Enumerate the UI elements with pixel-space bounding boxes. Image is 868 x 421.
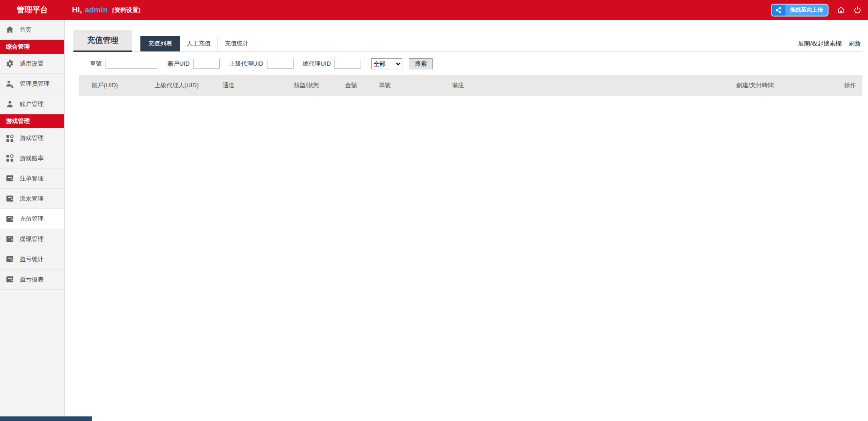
- card-icon: [6, 255, 14, 263]
- bottom-blue-bar: [0, 416, 92, 421]
- sidebar-item-label: 游戏赔率: [20, 154, 44, 163]
- sidebar-item-6[interactable]: 游戏管理: [0, 128, 64, 148]
- col-header-parent-agent: 上級代理人(UID): [155, 75, 223, 96]
- recharge-table: 賬戶(UID) 上級代理人(UID) 通道 類型/狀態 金額 單號 備注 創建/…: [79, 75, 862, 96]
- sidebar-item-13[interactable]: 盈亏报表: [0, 269, 64, 290]
- sidebar-item-2[interactable]: 通用设置: [0, 54, 64, 74]
- top-agent-uid-label: 總代理UID: [303, 60, 331, 68]
- sidebar-item-3[interactable]: 管理员管理: [0, 74, 64, 94]
- tab-recharge-stats[interactable]: 充值统计: [217, 36, 256, 51]
- sidebar-item-4[interactable]: 账户管理: [0, 94, 64, 114]
- sidebar-item-0[interactable]: 首页: [0, 20, 64, 40]
- profile-settings-link[interactable]: [资料设置]: [112, 6, 140, 14]
- home-icon[interactable]: [837, 6, 845, 14]
- main-content: 充值管理 充值列表 人工充值 充值统计 展開/收起搜索欄 刷新 單號 賬戶UID…: [65, 20, 868, 421]
- col-header-channel: 通道: [223, 75, 294, 96]
- sidebar-item-label: 流水管理: [20, 195, 44, 203]
- drag-upload-label: 拖拽至此上传: [785, 5, 828, 16]
- account-uid-input[interactable]: [193, 59, 220, 69]
- account-uid-label: 賬戶UID: [167, 60, 189, 68]
- sidebar-item-10[interactable]: 充值管理: [0, 209, 64, 229]
- order-no-label: 單號: [90, 60, 102, 68]
- sidebar-item-label: 游戏管理: [20, 134, 44, 142]
- card-icon: [6, 215, 14, 223]
- tab-recharge-list[interactable]: 充值列表: [140, 36, 180, 51]
- table-header-row: 賬戶(UID) 上級代理人(UID) 通道 類型/狀態 金額 單號 備注 創建/…: [79, 75, 862, 96]
- col-header-type-status: 類型/狀態: [294, 75, 335, 96]
- order-no-input[interactable]: [106, 59, 158, 69]
- strip-links: 展開/收起搜索欄 刷新: [798, 39, 862, 51]
- card-icon: [6, 235, 14, 243]
- sidebar-item-label: 首页: [20, 26, 32, 34]
- header-actions: 拖拽至此上传: [771, 4, 868, 17]
- top-header: 管理平台 Hi, admin [资料设置] 拖拽至此上传: [0, 0, 868, 20]
- col-header-amount: 金額: [335, 75, 366, 96]
- top-agent-uid-input[interactable]: [334, 59, 361, 69]
- sidebar-item-label: 通用设置: [20, 60, 44, 68]
- col-header-action: 操作: [838, 75, 862, 96]
- col-header-time: 創建/支付時間: [736, 75, 838, 96]
- search-form: 單號 賬戶UID 上級代理UID 總代理UID 全部 搜索: [90, 58, 862, 69]
- sidebar-item-label: 账户管理: [20, 100, 44, 108]
- parent-agent-uid-input[interactable]: [267, 59, 294, 69]
- apps-icon: [6, 135, 14, 142]
- tabs: 充值列表 人工充值 充值统计: [140, 36, 256, 51]
- sidebar-item-label: 盈亏报表: [20, 275, 44, 284]
- sidebar-item-label: 充值管理: [20, 215, 44, 223]
- col-header-order-no: 單號: [366, 75, 452, 96]
- status-filter-select[interactable]: 全部: [371, 58, 402, 69]
- sidebar-item-12[interactable]: 盈亏统计: [0, 249, 64, 269]
- apps-icon: [6, 154, 14, 162]
- drag-upload-button[interactable]: 拖拽至此上传: [771, 4, 829, 17]
- sidebar-nav: 首页综合管理通用设置管理员管理账户管理游戏管理游戏管理游戏赔率注单管理流水管理充…: [0, 20, 65, 421]
- page-title: 充值管理: [73, 30, 132, 52]
- gear-icon: [6, 60, 14, 67]
- recharge-table-wrap: 賬戶(UID) 上級代理人(UID) 通道 類型/狀態 金額 單號 備注 創建/…: [79, 75, 862, 96]
- card-icon: [6, 275, 14, 283]
- power-icon[interactable]: [853, 6, 862, 14]
- sidebar-item-9[interactable]: 流水管理: [0, 189, 64, 209]
- col-header-account: 賬戶(UID): [79, 75, 155, 96]
- brand-title: 管理平台: [0, 5, 65, 15]
- admins-icon: [6, 80, 14, 88]
- user-greeting: Hi, admin [资料设置]: [72, 6, 140, 15]
- sidebar-item-11[interactable]: 提现管理: [0, 229, 64, 249]
- home-icon: [6, 26, 14, 34]
- username: admin: [85, 6, 108, 15]
- tab-manual-recharge[interactable]: 人工充值: [180, 36, 217, 51]
- sidebar-item-label: 管理员管理: [20, 80, 50, 88]
- user-icon: [6, 100, 14, 108]
- col-header-remark: 備注: [452, 75, 736, 96]
- parent-agent-uid-label: 上級代理UID: [229, 60, 263, 68]
- sidebar-item-label: 盈亏统计: [20, 255, 44, 264]
- sidebar-section-5: 游戏管理: [0, 114, 64, 128]
- greeting-prefix: Hi,: [72, 6, 82, 15]
- refresh-link[interactable]: 刷新: [849, 39, 861, 48]
- netdisk-share-icon: [772, 5, 785, 16]
- sidebar-item-7[interactable]: 游戏赔率: [0, 148, 64, 168]
- tab-strip: 充值管理 充值列表 人工充值 充值统计 展開/收起搜索欄 刷新: [73, 30, 862, 52]
- toggle-search-link[interactable]: 展開/收起搜索欄: [798, 39, 841, 48]
- sidebar-item-label: 注单管理: [20, 174, 44, 183]
- sidebar-item-8[interactable]: 注单管理: [0, 168, 64, 189]
- card-icon: [6, 174, 14, 182]
- admin-platform-app: 管理平台 Hi, admin [资料设置] 拖拽至此上传: [0, 0, 868, 421]
- sidebar-section-1: 综合管理: [0, 40, 64, 54]
- card-icon: [6, 195, 14, 202]
- search-button[interactable]: 搜索: [409, 58, 433, 69]
- sidebar-item-label: 提现管理: [20, 235, 44, 243]
